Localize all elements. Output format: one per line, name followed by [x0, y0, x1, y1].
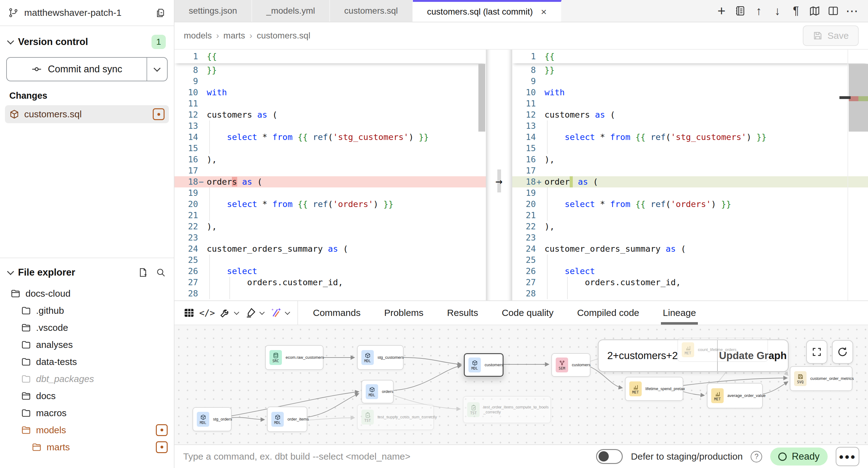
chevron-down-icon[interactable]	[285, 310, 290, 315]
bottom-tab-code-quality[interactable]: Code quality	[490, 301, 565, 324]
diff-sign	[198, 132, 207, 143]
diff-sign	[536, 143, 545, 154]
file-tree-item-docs[interactable]: docs	[0, 387, 174, 404]
more-options-icon[interactable]: ⋯	[844, 3, 860, 19]
lineage-node-ecom-raw-customers[interactable]: SRCecom.raw_customers	[265, 345, 323, 370]
breadcrumb-part[interactable]: customers.sql	[257, 31, 310, 40]
code-text: ),	[545, 154, 868, 165]
tab-settings-json[interactable]: settings.json	[175, 0, 252, 22]
line-number: 10	[512, 87, 536, 98]
lineage-node-orders-model[interactable]: MDLorders	[361, 380, 394, 403]
vertical-scrollbar[interactable]	[478, 50, 486, 301]
help-icon[interactable]: ?	[751, 451, 762, 462]
search-icon[interactable]	[156, 268, 166, 277]
tab-models-yml[interactable]: _models.yml	[252, 0, 330, 22]
chevron-down-icon[interactable]	[234, 310, 239, 315]
code-text: select * from {{ ref('stg_customers') }}	[545, 132, 868, 143]
lineage-node-customers-model[interactable]: MDLcustomers	[464, 353, 503, 377]
diff-sign	[536, 232, 545, 243]
line-number: 26	[175, 266, 198, 277]
diff-pane-modified[interactable]: 1{{8}}910with1112customers as (1314 sele…	[512, 50, 868, 301]
file-tree-item-data-tests[interactable]: data-tests	[0, 353, 174, 370]
outline-icon[interactable]	[732, 3, 748, 19]
bottom-tab-results[interactable]: Results	[435, 301, 490, 324]
file-tree-item-dbt-packages[interactable]: dbt_packages	[0, 370, 174, 387]
new-file-icon[interactable]	[138, 268, 148, 277]
file-tree-item-marts[interactable]: marts	[0, 438, 174, 456]
lineage-node-test-order-items[interactable]: TSTtest_order_items_compute_to_bools_cor…	[463, 396, 551, 423]
code-line-8: 8}}	[512, 65, 868, 76]
code-text	[545, 76, 868, 87]
lineage-node-count-lifetime-orders[interactable]: METcount_lifetime_orders	[677, 338, 768, 362]
tab-customers-sql-last-commit[interactable]: customers.sql (last commit)×	[413, 0, 562, 22]
diff-sign	[536, 109, 545, 120]
command-input[interactable]: Type a command, ex. dbt build --select <…	[183, 451, 588, 462]
lineage-node-average-order-value[interactable]: METaverage_order_value	[707, 383, 763, 408]
compile-code-button[interactable]: </>	[198, 302, 216, 324]
more-options-button[interactable]: ●●●	[836, 447, 859, 466]
file-explorer-header[interactable]: File explorer	[0, 258, 174, 281]
changed-file-row[interactable]: customers.sql	[5, 105, 169, 123]
diff-overview-ruler[interactable]	[849, 50, 868, 301]
build-button[interactable]	[216, 302, 234, 324]
commit-and-sync-button[interactable]: Commit and sync	[6, 57, 168, 81]
bottom-tab-commands[interactable]: Commands	[301, 301, 372, 324]
dbt-cloud-ide: matthewshaver-patch-1 Version control 1 …	[0, 0, 868, 468]
changed-file-name: customers.sql	[24, 109, 82, 120]
minimap-icon[interactable]	[807, 3, 823, 19]
bottom-tab-problems[interactable]: Problems	[372, 301, 435, 324]
lineage-node-customers-semantic[interactable]: SEMcustomers	[551, 353, 590, 377]
file-tree-item-github[interactable]: .github	[0, 302, 174, 319]
save-button[interactable]: Save	[803, 26, 859, 46]
scroll-down-icon[interactable]: ↓	[769, 3, 785, 19]
copilot-fix-button[interactable]	[267, 302, 285, 324]
lineage-node-stg-customers[interactable]: MDLstg_customers	[357, 345, 404, 370]
lineage-node-lifetime-spend-pretax[interactable]: METlifetime_spend_pretax	[625, 377, 683, 401]
code-line-14: 14 select * from {{ ref('stg_customers')…	[512, 132, 868, 143]
fullscreen-button[interactable]	[806, 340, 827, 364]
code-text: ),	[207, 221, 486, 232]
bottom-tab-compiled-code[interactable]: Compiled code	[565, 301, 651, 324]
breadcrumb-part[interactable]: models	[184, 31, 212, 40]
split-editor-icon[interactable]	[825, 3, 841, 19]
code-text: customers as (	[207, 109, 486, 120]
format-button[interactable]	[242, 302, 259, 324]
code-text	[207, 143, 486, 154]
copy-file-icon[interactable]	[155, 7, 166, 18]
code-line-9: 9	[175, 76, 486, 87]
file-tree-item-vscode[interactable]: .vscode	[0, 319, 174, 336]
lineage-node-order-items[interactable]: MDLorder_items	[267, 407, 307, 432]
new-tab-icon[interactable]: +	[713, 3, 730, 19]
refresh-button[interactable]	[832, 340, 853, 364]
close-icon[interactable]: ×	[541, 6, 547, 18]
lineage-node-stg-orders[interactable]: MDLstg_orders	[192, 407, 231, 431]
code-line-16: 16),	[512, 154, 868, 165]
file-tree-item-docs-cloud[interactable]: docs-cloud	[0, 285, 174, 302]
bottom-tab-lineage[interactable]: Lineage	[651, 301, 708, 324]
commit-options-caret[interactable]	[147, 58, 167, 81]
version-control-header[interactable]: Version control 1	[0, 26, 174, 52]
lineage-node-test-supply-costs[interactable]: TSTtest_supply_costs_sum_correctly	[357, 404, 434, 430]
mdl-badge-icon: MDL	[468, 357, 481, 372]
breadcrumb-part[interactable]: marts	[223, 31, 245, 40]
chevron-down-icon[interactable]	[259, 310, 265, 315]
file-tree-item-analyses[interactable]: analyses	[0, 336, 174, 353]
scroll-up-icon[interactable]: ↑	[751, 3, 767, 19]
apply-change-arrow-icon[interactable]: →	[486, 175, 512, 187]
defer-toggle[interactable]	[596, 449, 623, 464]
line-number: 19	[175, 187, 198, 198]
preview-table-button[interactable]	[180, 302, 198, 324]
code-text	[545, 232, 868, 243]
commit-icon	[31, 64, 42, 75]
lineage-node-customer-order-metrics[interactable]: SVQcustomer_order_metrics	[790, 366, 852, 391]
tab-customers-sql[interactable]: customers.sql	[330, 0, 413, 22]
code-text: ),	[207, 154, 486, 165]
file-tree-item-models[interactable]: models	[0, 422, 174, 438]
lineage-edge	[763, 382, 788, 394]
formatting-marks-icon[interactable]: ¶	[788, 3, 804, 19]
diff-pane-original[interactable]: 1{{8}}910with1112customers as (1314 sele…	[175, 50, 486, 301]
file-tree-item-macros[interactable]: macros	[0, 404, 174, 422]
chevron-down-icon	[7, 268, 14, 275]
line-number: 9	[175, 76, 198, 87]
lineage-canvas[interactable]: 2+customers+2 Update Graph SRCecom.raw_c…	[175, 324, 868, 444]
